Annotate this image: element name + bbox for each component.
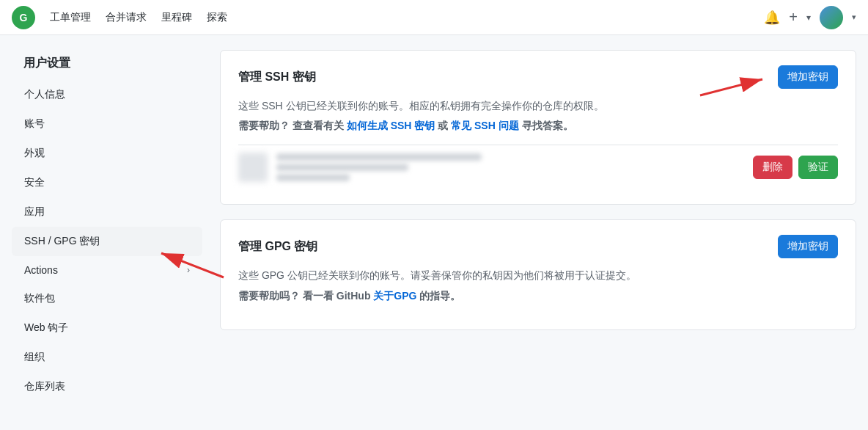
sidebar-item-packages[interactable]: 软件包 [12,284,202,313]
ssh-help: 需要帮助？ 查查看有关 如何生成 SSH 密钥 或 常见 SSH 问题 寻找答案… [238,120,838,133]
key-detail-line-1 [276,153,482,161]
ssh-help-link2[interactable]: 常见 SSH 问题 [451,120,519,131]
sidebar-item-webhooks-label: Web 钩子 [24,321,68,335]
gpg-help-suffix: 的指导。 [419,290,460,302]
sidebar-item-profile-label: 个人信息 [24,88,65,101]
key-thumbnail [238,153,268,182]
sidebar-item-apps-label: 应用 [24,205,45,219]
gpg-help-text: 看一看 GitHub [303,290,373,302]
key-actions: 删除 验证 [753,156,838,179]
gpg-help: 需要帮助吗？ 看一看 GitHub 关于GPG 的指导。 [238,290,838,303]
sidebar-item-packages-label: 软件包 [24,292,55,305]
nav-link-workitem[interactable]: 工单管理 [50,8,91,27]
ssh-card-header: 管理 SSH 密钥 增加密钥 [238,65,838,89]
sidebar-item-ssh-gpg-label: SSH / GPG 密钥 [24,235,100,248]
ssh-help-link1[interactable]: 如何生成 SSH 密钥 [347,120,435,131]
nav-link-milestone[interactable]: 里程碑 [161,8,192,27]
nav-link-merge[interactable]: 合并请求 [106,8,147,27]
gpg-description: 这些 GPG 公钥已经关联到你的账号。请妥善保管你的私钥因为他们将被用于认证提交… [238,267,838,283]
gpg-card-title: 管理 GPG 密钥 [238,239,317,255]
sidebar-item-apps[interactable]: 应用 [12,197,202,227]
logo-text: G [20,12,28,23]
key-info [238,153,482,182]
sidebar-item-account-label: 账号 [24,117,45,131]
sidebar-item-security-label: 安全 [24,176,45,189]
sidebar-item-profile[interactable]: 个人信息 [12,80,202,109]
chevron-right-icon: › [187,265,190,275]
key-detail-line-2 [276,164,408,171]
sidebar-item-appearance-label: 外观 [24,147,45,160]
key-detail-line-3 [276,174,350,181]
sidebar-item-repos[interactable]: 仓库列表 [12,372,202,401]
ssh-help-text: 查查看有关 [293,120,347,131]
gpg-help-link1[interactable]: 关于GPG [373,290,416,302]
sidebar: 用户设置 个人信息 账号 外观 安全 应用 SSH / GPG 密钥 Actio… [12,50,202,401]
avatar-chevron[interactable]: ▾ [852,12,856,22]
nav-links: 工单管理 合并请求 里程碑 探索 [50,8,749,27]
sidebar-item-security[interactable]: 安全 [12,168,202,197]
gpg-card: 管理 GPG 密钥 增加密钥 这些 GPG 公钥已经关联到你的账号。请妥善保管你… [220,219,856,329]
sidebar-item-account[interactable]: 账号 [12,109,202,139]
gpg-help-prefix: 需要帮助吗？ [238,290,300,302]
key-details [276,153,482,181]
sidebar-item-webhooks[interactable]: Web 钩子 [12,313,202,343]
sidebar-item-actions-label: Actions [24,264,58,276]
gpg-card-header: 管理 GPG 密钥 增加密钥 [238,235,838,258]
ssh-verify-button[interactable]: 验证 [798,156,838,179]
ssh-add-key-button[interactable]: 增加密钥 [778,65,838,89]
sidebar-item-ssh-gpg[interactable]: SSH / GPG 密钥 [12,227,202,256]
dropdown-icon[interactable]: ▾ [806,12,811,23]
ssh-description: 这些 SSH 公钥已经关联到你的账号。相应的私钥拥有完全操作你的仓库的权限。 [238,98,838,114]
add-icon[interactable]: + [789,9,798,26]
nav-right: 🔔 + ▾ ▾ [764,6,856,29]
avatar[interactable] [820,6,843,29]
sidebar-item-repos-label: 仓库列表 [24,380,65,393]
ssh-delete-button[interactable]: 删除 [753,156,792,179]
sidebar-header: 用户设置 [12,50,202,80]
sidebar-item-actions[interactable]: Actions › [12,256,202,284]
ssh-card-title: 管理 SSH 密钥 [238,70,316,85]
sidebar-item-orgs[interactable]: 组织 [12,343,202,372]
ssh-help-prefix: 需要帮助？ [238,120,290,131]
ssh-key-row: 删除 验证 [238,145,838,189]
nav-link-explore[interactable]: 探索 [207,8,227,27]
main-content: 管理 SSH 密钥 增加密钥 这些 SSH 公钥已经关联到你的账号。相应的私钥拥… [202,50,856,401]
ssh-help-suffix: 寻找答案。 [522,120,573,131]
ssh-card: 管理 SSH 密钥 增加密钥 这些 SSH 公钥已经关联到你的账号。相应的私钥拥… [220,50,856,205]
gpg-add-key-button[interactable]: 增加密钥 [778,235,838,258]
ssh-help-mid: 或 [438,120,451,131]
main-layout: 用户设置 个人信息 账号 外观 安全 应用 SSH / GPG 密钥 Actio… [0,35,868,416]
logo[interactable]: G [12,6,35,29]
sidebar-item-appearance[interactable]: 外观 [12,139,202,168]
sidebar-item-orgs-label: 组织 [24,351,45,364]
bell-icon[interactable]: 🔔 [764,10,780,26]
top-nav: G 工单管理 合并请求 里程碑 探索 🔔 + ▾ ▾ [0,0,868,35]
